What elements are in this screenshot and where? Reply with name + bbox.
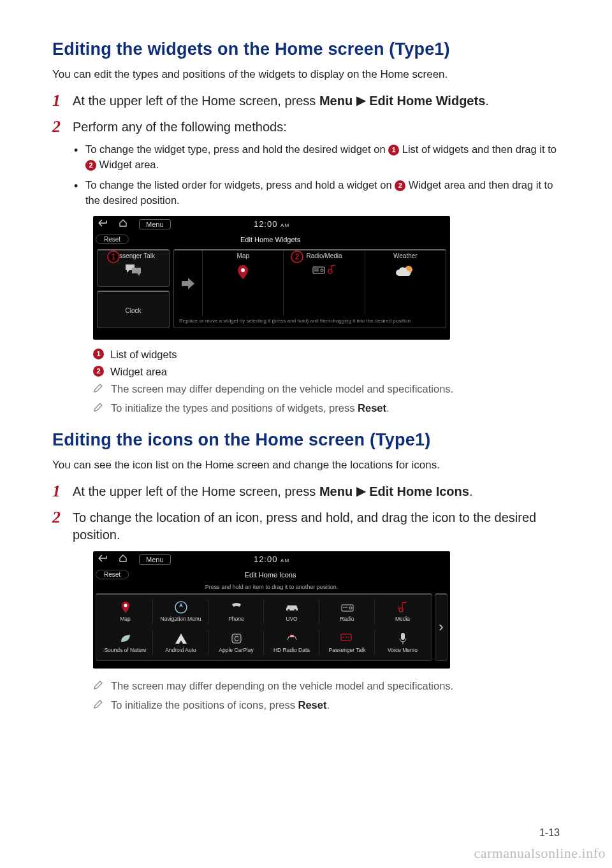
chat-icon bbox=[124, 263, 142, 277]
menu-button[interactable]: Menu bbox=[139, 554, 171, 565]
s2-step2-text: To change the location of an icon, press… bbox=[73, 509, 560, 544]
s2-note-2: To initialize the positions of icons, pr… bbox=[93, 699, 560, 712]
s1-step1-target: Edit Home Widgets bbox=[369, 94, 485, 108]
s2-note-2a: To initialize the positions of icons, pr… bbox=[111, 699, 298, 711]
radio-icon bbox=[340, 601, 355, 614]
svg-rect-1 bbox=[313, 267, 324, 273]
watermark: carmanualsonline.info bbox=[474, 845, 606, 862]
icon-label: Navigation Menu bbox=[161, 616, 201, 622]
s2-step1-post: . bbox=[469, 484, 473, 498]
legend-2-text: Widget area bbox=[110, 366, 167, 378]
badge-1-icon: 1 bbox=[388, 145, 399, 156]
svg-point-20 bbox=[348, 637, 349, 638]
icon-label: Map bbox=[120, 616, 131, 622]
screenshot-edit-icons: Menu 12:00 AM Reset Edit Home Icons Pres… bbox=[93, 551, 450, 669]
home-icon[interactable] bbox=[119, 554, 127, 564]
leaf-icon bbox=[118, 632, 133, 645]
s2-step-2: To change the location of an icon, press… bbox=[52, 509, 560, 712]
s1-step1-menu: Menu bbox=[319, 94, 353, 108]
icon-carplay[interactable]: CApple CarPlay bbox=[210, 628, 263, 658]
svg-point-12 bbox=[349, 607, 352, 609]
badge-2-icon: 2 bbox=[93, 366, 104, 377]
screenshot-edit-widgets: 1 2 Menu 12:00 AM Reset Edit Home Widget… bbox=[93, 216, 450, 340]
screen-hint: Replace or move a widget by selecting it… bbox=[174, 315, 446, 327]
page-number: 1-13 bbox=[539, 827, 560, 839]
icon-radio[interactable]: Radio bbox=[321, 597, 374, 626]
widget-area-map[interactable]: Map bbox=[203, 250, 284, 316]
reset-button[interactable]: Reset bbox=[96, 570, 129, 579]
phone-icon bbox=[229, 601, 244, 614]
icon-passenger-talk[interactable]: Passenger Talk bbox=[321, 628, 374, 658]
pencil-icon bbox=[93, 680, 103, 693]
tile-label: Clock bbox=[125, 307, 141, 314]
arrow-icon: ▶ bbox=[356, 482, 366, 500]
map-pin-icon bbox=[237, 264, 249, 281]
s1-sub1: To change the widget type, press and hol… bbox=[73, 142, 560, 173]
icon-map[interactable]: Map bbox=[99, 597, 152, 626]
clock-text: 12:00 AM bbox=[254, 554, 289, 564]
section1-lead: You can edit the types and positions of … bbox=[52, 68, 560, 81]
icon-label: Apple CarPlay bbox=[219, 647, 253, 653]
icon-android-auto[interactable]: Android Auto bbox=[154, 628, 207, 658]
icon-label: Passenger Talk bbox=[329, 647, 366, 653]
android-auto-icon bbox=[173, 632, 189, 645]
icon-media[interactable]: Media bbox=[376, 597, 429, 626]
screen-hint: Press and hold an item to drag it to ano… bbox=[93, 582, 450, 593]
back-icon[interactable] bbox=[98, 554, 107, 564]
note-2: To initialize the types and positions of… bbox=[93, 402, 560, 415]
s1-sub1-a: To change the widget type, press and hol… bbox=[85, 143, 388, 155]
next-page-button[interactable]: › bbox=[435, 593, 448, 661]
icon-uvo[interactable]: UVO bbox=[265, 597, 318, 626]
pencil-icon bbox=[93, 402, 103, 415]
s2-note-1: The screen may differ depending on the v… bbox=[93, 680, 560, 693]
svg-point-6 bbox=[124, 604, 127, 607]
menu-button[interactable]: Menu bbox=[139, 219, 171, 229]
icon-label: UVO bbox=[286, 616, 297, 622]
arrow-icon: ▶ bbox=[356, 92, 366, 109]
icon-sounds[interactable]: Sounds of Nature bbox=[99, 628, 152, 658]
s1-step2-text: Perform any of the following methods: bbox=[73, 119, 560, 136]
svg-text:C: C bbox=[234, 635, 238, 642]
pencil-icon bbox=[93, 383, 103, 396]
hd-radio-icon: HD bbox=[284, 632, 300, 645]
reset-button[interactable]: Reset bbox=[96, 235, 129, 244]
svg-point-9 bbox=[294, 609, 296, 612]
svg-point-19 bbox=[346, 637, 347, 638]
icon-nav-menu[interactable]: Navigation Menu bbox=[154, 597, 207, 626]
widget-area-weather[interactable]: Weather bbox=[365, 250, 446, 316]
icon-phone[interactable]: Phone bbox=[210, 597, 263, 626]
svg-point-4 bbox=[321, 269, 323, 271]
radio-media-icon bbox=[312, 264, 337, 275]
mic-icon bbox=[395, 632, 411, 645]
s1-sub1-b: List of widgets and then drag it to bbox=[399, 143, 557, 155]
s2-step1-pre: At the upper left of the Home screen, pr… bbox=[73, 484, 319, 498]
s1-sub2: To change the listed order for widgets, … bbox=[73, 178, 560, 208]
car-icon bbox=[284, 601, 300, 614]
screen-title: Edit Home Icons bbox=[129, 571, 412, 579]
back-icon[interactable] bbox=[98, 219, 107, 229]
note-2a: To initialize the types and positions of… bbox=[111, 402, 358, 414]
badge-2b-icon: 2 bbox=[395, 180, 405, 191]
home-icon[interactable] bbox=[119, 219, 127, 229]
chat-icon bbox=[340, 632, 355, 645]
svg-point-8 bbox=[288, 609, 290, 612]
cell-label: Radio/Media bbox=[307, 252, 342, 259]
badge-1-icon: 1 bbox=[93, 349, 104, 359]
cell-label: Weather bbox=[393, 252, 418, 259]
carplay-icon: C bbox=[229, 632, 244, 645]
note-2b: Reset bbox=[358, 402, 386, 414]
s1-step-1: At the upper left of the Home screen, pr… bbox=[52, 92, 560, 110]
s1-step-2: Perform any of the following methods: To… bbox=[52, 119, 560, 415]
weather-icon bbox=[396, 264, 415, 280]
s1-step1-post: . bbox=[485, 94, 489, 108]
icon-voice-memo[interactable]: Voice Memo bbox=[376, 628, 429, 658]
icon-label: Phone bbox=[228, 616, 244, 622]
section1-heading: Editing the widgets on the Home screen (… bbox=[52, 40, 560, 59]
section2-lead: You can see the icon list on the Home sc… bbox=[52, 459, 560, 472]
pencil-icon bbox=[93, 699, 103, 712]
icon-hd-radio[interactable]: HDHD Radio Data bbox=[265, 628, 318, 658]
s2-step1-target: Edit Home Icons bbox=[369, 484, 469, 498]
icon-label: Media bbox=[395, 616, 410, 622]
icon-grid: Map Navigation Menu Phone UVO Radio Medi… bbox=[96, 593, 432, 661]
widget-clock[interactable]: Clock bbox=[97, 291, 170, 328]
